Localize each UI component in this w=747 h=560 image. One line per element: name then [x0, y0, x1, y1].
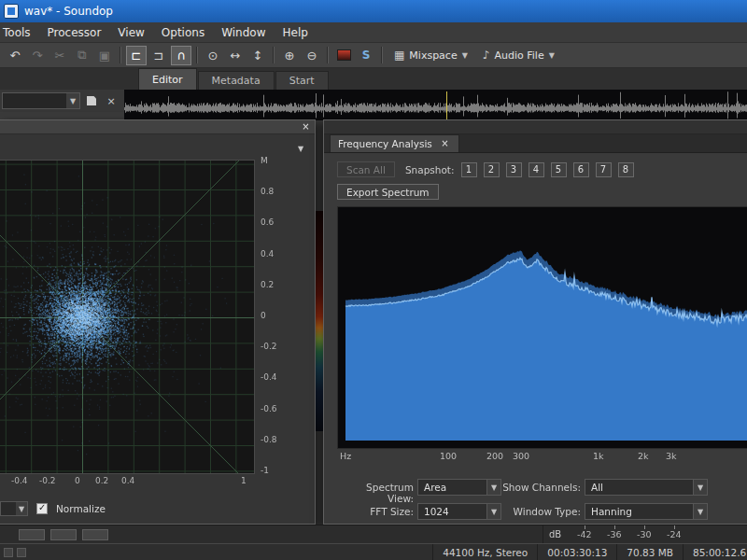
show-channels-label: Show Channels: — [495, 482, 581, 493]
window-type-label: Window Type: — [495, 506, 581, 517]
spectrogram-color-scale — [316, 211, 323, 431]
menu-bar: Tools Processor View Options Window Help — [0, 22, 747, 43]
meter-tick-label: -42 — [577, 529, 592, 539]
tab-frequency-analysis[interactable]: Frequency Analysis × — [330, 134, 459, 152]
scan-all-button[interactable]: Scan All — [337, 161, 395, 177]
menu-processor[interactable]: Processor — [39, 22, 110, 42]
phase-footer: ▼ Normalize — [0, 499, 106, 518]
tab-label: Frequency Analysis — [338, 138, 432, 149]
axis-label: -1 — [261, 466, 298, 475]
cut-icon[interactable]: ✂ — [49, 46, 70, 65]
toolbar-separator — [120, 47, 121, 63]
overview-waveform-canvas[interactable] — [124, 90, 747, 120]
snap-glyph: S — [362, 49, 371, 62]
paste-icon[interactable]: ▣ — [94, 46, 115, 65]
phase-scatter-canvas — [0, 160, 255, 474]
dropdown-value: Area — [424, 482, 446, 493]
phase-channel-combobox[interactable]: ▼ — [0, 501, 28, 516]
tab-start[interactable]: Start — [275, 71, 329, 90]
statusbar-left-icons — [4, 548, 26, 557]
axis-label: -0.4 — [261, 372, 298, 382]
toolbar-separator — [196, 47, 198, 63]
loop-icon[interactable]: ∩ — [171, 46, 191, 65]
normalize-label: Normalize — [56, 503, 106, 514]
panel-mini-button[interactable] — [19, 529, 45, 540]
snapshot-button-1[interactable]: 1 — [461, 162, 477, 177]
axis-label: M — [261, 156, 298, 165]
spectrum-view-dropdown[interactable]: Area ▼ — [417, 479, 501, 496]
tab-editor[interactable]: Editor — [138, 68, 197, 90]
meter-tick-label: -30 — [637, 529, 652, 539]
spectral-thumbnail-icon — [337, 49, 351, 61]
panel-menu-chevron-icon[interactable]: ▼ — [293, 142, 308, 155]
mixspace-dropdown[interactable]: ▦ Mixspace ▼ — [388, 46, 474, 65]
panel-mini-button[interactable] — [82, 529, 108, 540]
snapshot-button-3[interactable]: 3 — [506, 162, 522, 177]
snapshot-button-8[interactable]: 8 — [618, 162, 634, 177]
zoom-horizontal-icon[interactable]: ↔ — [225, 46, 246, 65]
axis-label: 0 — [261, 311, 298, 320]
statusbar-icon[interactable] — [17, 548, 26, 557]
axis-label: 2k — [638, 451, 649, 461]
copy-icon[interactable]: ⧉ — [72, 46, 92, 65]
snapshot-button-6[interactable]: 6 — [573, 162, 589, 177]
phase-x-axis: -0.4 -0.2 0 0.2 0.4 1 — [0, 476, 254, 487]
file-combobox[interactable]: ▼ — [2, 92, 80, 109]
snapshot-button-5[interactable]: 5 — [551, 162, 567, 177]
audio-file-dropdown[interactable]: ♪ Audio File ▼ — [476, 46, 561, 65]
export-spectrum-button[interactable]: Export Spectrum — [337, 184, 439, 200]
panel-mini-buttons — [19, 529, 108, 540]
fft-size-dropdown[interactable]: 1024 ▼ — [417, 503, 501, 520]
meter-tick-label: -36 — [607, 529, 622, 539]
statusbar-icon[interactable] — [4, 548, 13, 557]
select-out-icon[interactable]: ⊐ — [148, 46, 169, 65]
save-button[interactable] — [83, 92, 100, 109]
main-toolbar: ↶ ↷ ✂ ⧉ ▣ ⊏ ⊐ ∩ ⊙ ↔ ↕ ⊕ ⊖ S ▦ Mixspace ▼… — [0, 43, 747, 68]
zoom-vertical-icon[interactable]: ↕ — [247, 46, 268, 65]
spectral-display-icon[interactable] — [333, 46, 354, 65]
phase-y-axis: M 0.8 0.6 0.4 0.2 0 -0.2 -0.4 -0.6 -0.8 … — [261, 156, 298, 475]
chevron-down-icon: ▼ — [462, 51, 468, 60]
phase-window-titlebar[interactable]: × — [0, 120, 315, 134]
snap-icon[interactable]: S — [356, 46, 376, 65]
snapshot-button-7[interactable]: 7 — [596, 162, 612, 177]
zoom-selection-icon[interactable]: ⊙ — [203, 46, 223, 65]
axis-label: 0.4 — [121, 476, 134, 485]
freq-window-titlebar[interactable] — [324, 120, 747, 134]
tab-metadata[interactable]: Metadata — [198, 71, 275, 90]
redo-icon[interactable]: ↷ — [27, 46, 48, 65]
axis-label: -0.2 — [261, 342, 298, 351]
window-type-dropdown[interactable]: Hanning ▼ — [585, 503, 708, 520]
menu-options[interactable]: Options — [153, 22, 213, 42]
axis-label: -0.8 — [261, 435, 298, 444]
zoom-in-icon[interactable]: ⊕ — [279, 46, 300, 65]
close-icon: × — [106, 95, 115, 107]
menu-tools[interactable]: Tools — [0, 22, 39, 42]
close-icon[interactable]: × — [439, 138, 451, 149]
meter-tick-label: -24 — [667, 529, 682, 539]
toolbar-separator — [327, 47, 329, 63]
soundop-app-window: wav* - Soundop Tools Processor View Opti… — [0, 0, 747, 560]
title-bar[interactable]: wav* - Soundop — [0, 0, 747, 22]
zoom-out-icon[interactable]: ⊖ — [302, 46, 322, 65]
menu-window[interactable]: Window — [213, 22, 274, 42]
normalize-checkbox[interactable] — [36, 503, 48, 514]
close-file-button[interactable]: × — [103, 92, 120, 109]
select-in-icon[interactable]: ⊏ — [126, 46, 147, 65]
chevron-down-icon: ▼ — [698, 508, 703, 516]
spectrum-x-axis: Hz 100 200 300 1k 2k 3k — [337, 451, 747, 462]
axis-label: 3k — [666, 451, 677, 461]
show-channels-dropdown[interactable]: All ▼ — [585, 479, 708, 496]
panel-mini-button[interactable] — [50, 529, 77, 540]
menu-view[interactable]: View — [109, 22, 152, 42]
file-selector-bar: ▼ × — [0, 90, 124, 112]
undo-icon[interactable]: ↶ — [5, 46, 25, 65]
workspace-tab-row: Editor Metadata Start — [0, 68, 747, 90]
snapshot-button-2[interactable]: 2 — [484, 162, 500, 177]
axis-label: 1k — [593, 451, 604, 461]
close-icon[interactable]: × — [300, 121, 312, 133]
menu-help[interactable]: Help — [274, 22, 316, 42]
dropdown-value: Hanning — [591, 506, 632, 517]
axis-label: 0.8 — [261, 187, 298, 196]
snapshot-button-4[interactable]: 4 — [529, 162, 544, 177]
